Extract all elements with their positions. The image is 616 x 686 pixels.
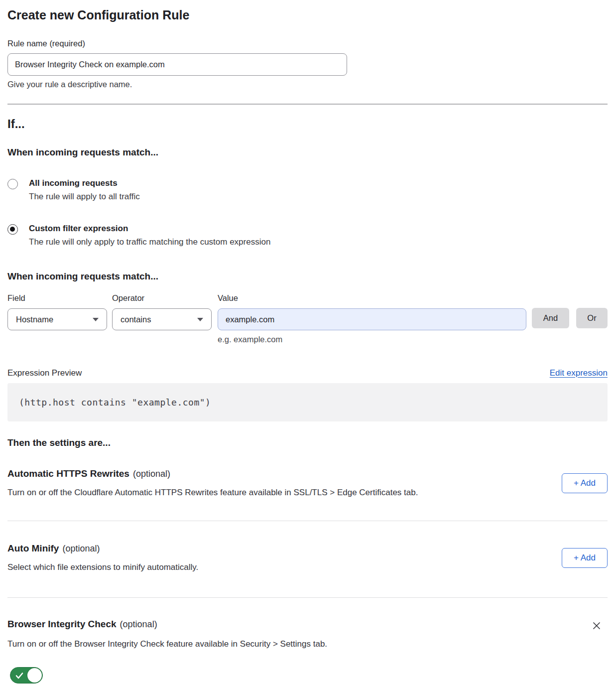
toggle-knob[interactable] <box>27 668 42 683</box>
page-title: Create new Configuration Rule <box>7 8 608 22</box>
setting-browser-integrity-check: Browser Integrity Check (optional) Turn … <box>7 598 608 686</box>
operator-select-value: contains <box>121 315 151 324</box>
builder-heading: When incoming requests match... <box>7 271 608 282</box>
close-icon <box>592 621 602 631</box>
radio-unchecked-icon[interactable] <box>7 179 18 189</box>
setting-optional-tag: (optional) <box>133 469 170 479</box>
setting-description: Turn on or off the Cloudflare Automatic … <box>7 488 418 498</box>
setting-title: Automatic HTTPS Rewrites <box>7 468 129 479</box>
radio-description: The rule will only apply to traffic matc… <box>29 237 270 247</box>
value-help: e.g. example.com <box>218 335 526 344</box>
field-label: Field <box>7 293 107 303</box>
chevron-down-icon <box>93 318 99 321</box>
expression-preview-label: Expression Preview <box>7 368 82 378</box>
settings-heading: Then the settings are... <box>7 437 608 448</box>
radio-description: The rule will apply to all traffic <box>29 192 140 202</box>
radio-custom-filter-expression[interactable]: Custom filter expression The rule will o… <box>7 224 608 247</box>
radio-checked-icon[interactable] <box>7 224 18 235</box>
setting-automatic-https-rewrites: Automatic HTTPS Rewrites (optional) Turn… <box>7 448 608 521</box>
rule-name-help: Give your rule a descriptive name. <box>7 80 608 89</box>
add-auto-minify-button[interactable]: + Add <box>562 548 608 568</box>
setting-description: Turn on or off the Browser Integrity Che… <box>7 639 608 649</box>
edit-expression-link[interactable]: Edit expression <box>550 368 608 378</box>
remove-setting-button[interactable] <box>592 621 602 631</box>
section-divider <box>7 104 608 105</box>
expression-builder-row: Field Hostname Operator contains Value e… <box>7 293 608 344</box>
value-label: Value <box>218 293 526 303</box>
setting-auto-minify: Auto Minify (optional) Select which file… <box>7 521 608 597</box>
setting-description: Select which file extensions to minify a… <box>7 562 198 572</box>
if-heading: If... <box>7 117 608 131</box>
and-button[interactable]: And <box>532 308 569 328</box>
browser-integrity-check-toggle[interactable] <box>10 667 43 684</box>
operator-label: Operator <box>112 293 212 303</box>
expression-preview-code: (http.host contains "example.com") <box>7 383 608 421</box>
radio-label: All incoming requests <box>29 178 140 188</box>
chevron-down-icon <box>197 318 203 321</box>
radio-all-incoming-requests[interactable]: All incoming requests The rule will appl… <box>7 178 608 202</box>
field-select[interactable]: Hostname <box>7 308 107 330</box>
value-input[interactable] <box>218 308 526 330</box>
rule-name-label: Rule name (required) <box>7 39 608 48</box>
add-automatic-https-rewrites-button[interactable]: + Add <box>562 473 608 493</box>
field-select-value: Hostname <box>16 315 53 324</box>
create-configuration-rule-form: Create new Configuration Rule Rule name … <box>0 0 616 686</box>
match-heading: When incoming requests match... <box>7 147 608 158</box>
operator-select[interactable]: contains <box>112 308 212 330</box>
check-icon <box>15 671 24 681</box>
setting-title: Auto Minify <box>7 543 59 554</box>
setting-optional-tag: (optional) <box>120 619 157 630</box>
rule-name-input[interactable] <box>7 53 347 76</box>
or-button[interactable]: Or <box>576 308 608 328</box>
setting-optional-tag: (optional) <box>62 544 100 554</box>
radio-label: Custom filter expression <box>29 224 270 234</box>
setting-title: Browser Integrity Check <box>7 619 117 630</box>
